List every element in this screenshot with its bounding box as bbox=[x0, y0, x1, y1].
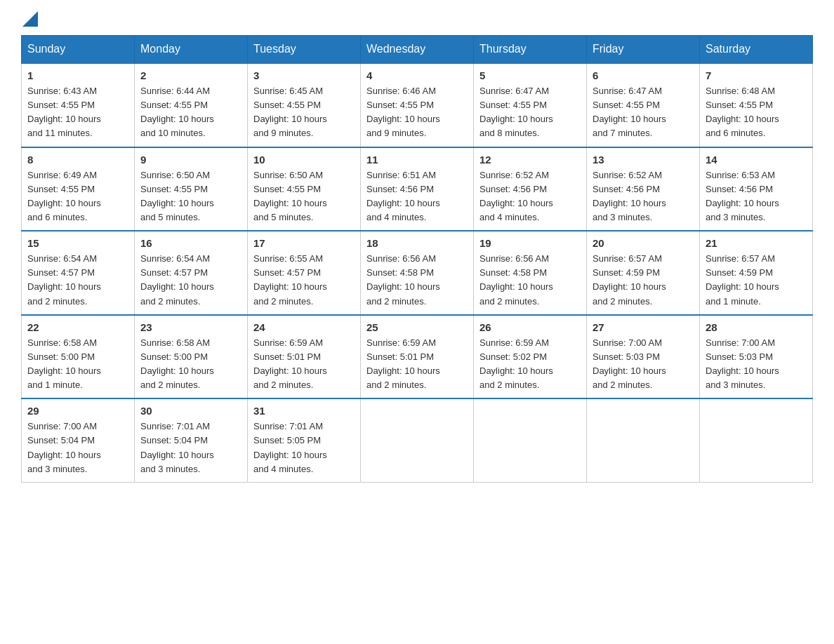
calendar-cell: 1 Sunrise: 6:43 AMSunset: 4:55 PMDayligh… bbox=[22, 63, 135, 147]
calendar-cell: 11 Sunrise: 6:51 AMSunset: 4:56 PMDaylig… bbox=[361, 147, 474, 232]
day-info: Sunrise: 6:56 AMSunset: 4:58 PMDaylight:… bbox=[366, 252, 468, 309]
day-number: 28 bbox=[706, 321, 807, 333]
day-number: 11 bbox=[366, 154, 468, 166]
day-number: 29 bbox=[27, 405, 128, 417]
day-number: 27 bbox=[593, 321, 694, 333]
calendar-cell bbox=[474, 398, 587, 482]
logo bbox=[21, 14, 38, 22]
calendar-cell: 8 Sunrise: 6:49 AMSunset: 4:55 PMDayligh… bbox=[22, 147, 135, 232]
calendar-cell: 18 Sunrise: 6:56 AMSunset: 4:58 PMDaylig… bbox=[361, 231, 474, 315]
day-number: 16 bbox=[140, 237, 241, 249]
day-info: Sunrise: 6:51 AMSunset: 4:56 PMDaylight:… bbox=[366, 168, 468, 225]
calendar-cell: 21 Sunrise: 6:57 AMSunset: 4:59 PMDaylig… bbox=[700, 231, 813, 315]
day-number: 22 bbox=[27, 321, 128, 333]
column-header-wednesday: Wednesday bbox=[361, 36, 474, 64]
calendar-cell: 27 Sunrise: 7:00 AMSunset: 5:03 PMDaylig… bbox=[587, 315, 700, 399]
day-info: Sunrise: 7:00 AMSunset: 5:03 PMDaylight:… bbox=[593, 336, 694, 393]
day-number: 10 bbox=[253, 154, 355, 166]
logo-icon bbox=[22, 11, 38, 27]
day-info: Sunrise: 6:53 AMSunset: 4:56 PMDaylight:… bbox=[706, 168, 807, 225]
day-info: Sunrise: 6:52 AMSunset: 4:56 PMDaylight:… bbox=[479, 168, 581, 225]
day-number: 30 bbox=[140, 405, 241, 417]
calendar-cell: 3 Sunrise: 6:45 AMSunset: 4:55 PMDayligh… bbox=[248, 63, 361, 147]
column-header-thursday: Thursday bbox=[474, 36, 587, 64]
calendar-cell bbox=[587, 398, 700, 482]
day-number: 7 bbox=[706, 69, 807, 81]
calendar-cell: 22 Sunrise: 6:58 AMSunset: 5:00 PMDaylig… bbox=[22, 315, 135, 399]
column-header-tuesday: Tuesday bbox=[248, 36, 361, 64]
calendar-cell: 28 Sunrise: 7:00 AMSunset: 5:03 PMDaylig… bbox=[700, 315, 813, 399]
svg-marker-0 bbox=[22, 11, 38, 27]
calendar-cell: 20 Sunrise: 6:57 AMSunset: 4:59 PMDaylig… bbox=[587, 231, 700, 315]
day-number: 17 bbox=[253, 237, 355, 249]
day-info: Sunrise: 6:49 AMSunset: 4:55 PMDaylight:… bbox=[27, 168, 128, 225]
day-info: Sunrise: 6:58 AMSunset: 5:00 PMDaylight:… bbox=[27, 336, 128, 393]
day-info: Sunrise: 6:46 AMSunset: 4:55 PMDaylight:… bbox=[366, 84, 468, 141]
calendar-cell: 24 Sunrise: 6:59 AMSunset: 5:01 PMDaylig… bbox=[248, 315, 361, 399]
calendar-week-row: 8 Sunrise: 6:49 AMSunset: 4:55 PMDayligh… bbox=[22, 147, 813, 232]
calendar-week-row: 1 Sunrise: 6:43 AMSunset: 4:55 PMDayligh… bbox=[22, 63, 813, 147]
day-number: 4 bbox=[366, 69, 468, 81]
calendar-cell: 13 Sunrise: 6:52 AMSunset: 4:56 PMDaylig… bbox=[587, 147, 700, 232]
day-number: 15 bbox=[27, 237, 128, 249]
day-info: Sunrise: 6:59 AMSunset: 5:02 PMDaylight:… bbox=[479, 336, 581, 393]
calendar-cell: 4 Sunrise: 6:46 AMSunset: 4:55 PMDayligh… bbox=[361, 63, 474, 147]
day-info: Sunrise: 6:44 AMSunset: 4:55 PMDaylight:… bbox=[140, 84, 241, 141]
column-header-saturday: Saturday bbox=[700, 36, 813, 64]
calendar-header-row: SundayMondayTuesdayWednesdayThursdayFrid… bbox=[22, 36, 813, 64]
calendar-cell: 16 Sunrise: 6:54 AMSunset: 4:57 PMDaylig… bbox=[135, 231, 248, 315]
day-info: Sunrise: 6:45 AMSunset: 4:55 PMDaylight:… bbox=[253, 84, 355, 141]
day-info: Sunrise: 7:00 AMSunset: 5:03 PMDaylight:… bbox=[706, 336, 807, 393]
calendar-cell bbox=[361, 398, 474, 482]
page-header bbox=[21, 14, 813, 22]
column-header-friday: Friday bbox=[587, 36, 700, 64]
day-number: 1 bbox=[27, 69, 128, 81]
calendar-week-row: 15 Sunrise: 6:54 AMSunset: 4:57 PMDaylig… bbox=[22, 231, 813, 315]
day-info: Sunrise: 6:50 AMSunset: 4:55 PMDaylight:… bbox=[140, 168, 241, 225]
day-number: 18 bbox=[366, 237, 468, 249]
column-header-monday: Monday bbox=[135, 36, 248, 64]
calendar-cell: 26 Sunrise: 6:59 AMSunset: 5:02 PMDaylig… bbox=[474, 315, 587, 399]
day-info: Sunrise: 6:47 AMSunset: 4:55 PMDaylight:… bbox=[593, 84, 694, 141]
day-number: 12 bbox=[479, 154, 581, 166]
day-number: 5 bbox=[479, 69, 581, 81]
day-number: 3 bbox=[253, 69, 355, 81]
calendar-cell: 17 Sunrise: 6:55 AMSunset: 4:57 PMDaylig… bbox=[248, 231, 361, 315]
day-number: 25 bbox=[366, 321, 468, 333]
day-number: 2 bbox=[140, 69, 241, 81]
day-info: Sunrise: 7:01 AMSunset: 5:05 PMDaylight:… bbox=[253, 420, 355, 476]
day-info: Sunrise: 6:54 AMSunset: 4:57 PMDaylight:… bbox=[140, 252, 241, 309]
calendar-cell: 31 Sunrise: 7:01 AMSunset: 5:05 PMDaylig… bbox=[248, 398, 361, 482]
day-number: 13 bbox=[593, 154, 694, 166]
calendar-cell: 5 Sunrise: 6:47 AMSunset: 4:55 PMDayligh… bbox=[474, 63, 587, 147]
day-number: 14 bbox=[706, 154, 807, 166]
calendar-cell: 7 Sunrise: 6:48 AMSunset: 4:55 PMDayligh… bbox=[700, 63, 813, 147]
day-number: 20 bbox=[593, 237, 694, 249]
day-info: Sunrise: 6:57 AMSunset: 4:59 PMDaylight:… bbox=[706, 252, 807, 309]
day-info: Sunrise: 6:50 AMSunset: 4:55 PMDaylight:… bbox=[253, 168, 355, 225]
calendar-cell: 2 Sunrise: 6:44 AMSunset: 4:55 PMDayligh… bbox=[135, 63, 248, 147]
day-number: 9 bbox=[140, 154, 241, 166]
day-info: Sunrise: 6:59 AMSunset: 5:01 PMDaylight:… bbox=[366, 336, 468, 393]
day-info: Sunrise: 6:52 AMSunset: 4:56 PMDaylight:… bbox=[593, 168, 694, 225]
calendar-cell: 23 Sunrise: 6:58 AMSunset: 5:00 PMDaylig… bbox=[135, 315, 248, 399]
calendar-cell: 9 Sunrise: 6:50 AMSunset: 4:55 PMDayligh… bbox=[135, 147, 248, 232]
day-info: Sunrise: 6:55 AMSunset: 4:57 PMDaylight:… bbox=[253, 252, 355, 309]
day-info: Sunrise: 6:48 AMSunset: 4:55 PMDaylight:… bbox=[706, 84, 807, 141]
day-number: 6 bbox=[593, 69, 694, 81]
calendar-cell: 15 Sunrise: 6:54 AMSunset: 4:57 PMDaylig… bbox=[22, 231, 135, 315]
calendar-cell: 29 Sunrise: 7:00 AMSunset: 5:04 PMDaylig… bbox=[22, 398, 135, 482]
day-info: Sunrise: 6:47 AMSunset: 4:55 PMDaylight:… bbox=[479, 84, 581, 141]
calendar-cell: 19 Sunrise: 6:56 AMSunset: 4:58 PMDaylig… bbox=[474, 231, 587, 315]
day-number: 21 bbox=[706, 237, 807, 249]
day-info: Sunrise: 7:00 AMSunset: 5:04 PMDaylight:… bbox=[27, 420, 128, 476]
calendar-table: SundayMondayTuesdayWednesdayThursdayFrid… bbox=[21, 35, 813, 483]
day-number: 19 bbox=[479, 237, 581, 249]
day-number: 8 bbox=[27, 154, 128, 166]
calendar-cell: 30 Sunrise: 7:01 AMSunset: 5:04 PMDaylig… bbox=[135, 398, 248, 482]
day-info: Sunrise: 6:56 AMSunset: 4:58 PMDaylight:… bbox=[479, 252, 581, 309]
calendar-cell: 6 Sunrise: 6:47 AMSunset: 4:55 PMDayligh… bbox=[587, 63, 700, 147]
calendar-week-row: 29 Sunrise: 7:00 AMSunset: 5:04 PMDaylig… bbox=[22, 398, 813, 482]
calendar-cell: 10 Sunrise: 6:50 AMSunset: 4:55 PMDaylig… bbox=[248, 147, 361, 232]
day-number: 24 bbox=[253, 321, 355, 333]
